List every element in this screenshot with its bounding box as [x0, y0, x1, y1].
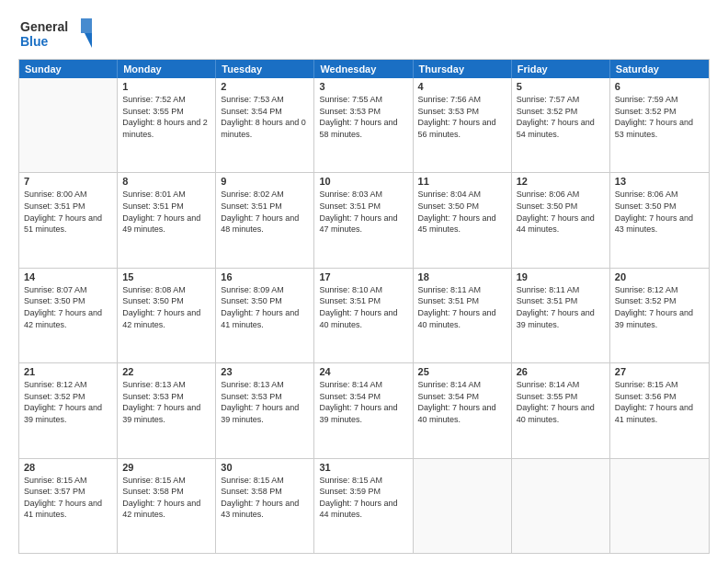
- calendar-header: SundayMondayTuesdayWednesdayThursdayFrid…: [19, 60, 709, 78]
- day-number: 3: [319, 81, 407, 92]
- calendar-cell-1-1: 8Sunrise: 8:01 AMSunset: 3:51 PMDaylight…: [118, 173, 216, 267]
- cell-info: Sunrise: 7:53 AMSunset: 3:54 PMDaylight:…: [221, 94, 309, 140]
- day-number: 18: [418, 271, 506, 282]
- day-number: 16: [221, 271, 309, 282]
- cell-info: Sunrise: 8:15 AMSunset: 3:59 PMDaylight:…: [319, 475, 407, 521]
- cell-info: Sunrise: 8:00 AMSunset: 3:51 PMDaylight:…: [24, 189, 112, 235]
- weekday-header-saturday: Saturday: [610, 60, 709, 78]
- weekday-header-sunday: Sunday: [19, 60, 118, 78]
- weekday-header-tuesday: Tuesday: [216, 60, 314, 78]
- calendar-cell-1-5: 12Sunrise: 8:06 AMSunset: 3:50 PMDayligh…: [512, 173, 610, 267]
- calendar-cell-3-0: 21Sunrise: 8:12 AMSunset: 3:52 PMDayligh…: [19, 363, 118, 457]
- calendar-cell-0-2: 2Sunrise: 7:53 AMSunset: 3:54 PMDaylight…: [216, 78, 314, 172]
- cell-info: Sunrise: 8:15 AMSunset: 3:58 PMDaylight:…: [221, 475, 309, 521]
- page: General Blue SundayMondayTuesdayWednesda…: [0, 0, 728, 563]
- day-number: 26: [517, 366, 605, 377]
- calendar-row-4: 28Sunrise: 8:15 AMSunset: 3:57 PMDayligh…: [19, 459, 709, 553]
- cell-info: Sunrise: 8:13 AMSunset: 3:53 PMDaylight:…: [122, 379, 210, 425]
- cell-info: Sunrise: 8:10 AMSunset: 3:51 PMDaylight:…: [319, 284, 407, 330]
- cell-info: Sunrise: 8:14 AMSunset: 3:55 PMDaylight:…: [517, 379, 605, 425]
- cell-info: Sunrise: 8:04 AMSunset: 3:50 PMDaylight:…: [418, 189, 506, 235]
- calendar-cell-3-2: 23Sunrise: 8:13 AMSunset: 3:53 PMDayligh…: [216, 363, 314, 457]
- cell-info: Sunrise: 8:12 AMSunset: 3:52 PMDaylight:…: [615, 284, 704, 330]
- day-number: 15: [122, 271, 210, 282]
- cell-info: Sunrise: 7:57 AMSunset: 3:52 PMDaylight:…: [517, 94, 605, 140]
- calendar-row-2: 14Sunrise: 8:07 AMSunset: 3:50 PMDayligh…: [19, 269, 709, 363]
- day-number: 23: [221, 366, 309, 377]
- day-number: 17: [319, 271, 407, 282]
- calendar-cell-2-5: 19Sunrise: 8:11 AMSunset: 3:51 PMDayligh…: [512, 269, 610, 362]
- day-number: 7: [24, 176, 112, 187]
- calendar-cell-4-1: 29Sunrise: 8:15 AMSunset: 3:58 PMDayligh…: [118, 459, 216, 553]
- day-number: 4: [418, 81, 506, 92]
- calendar-cell-1-6: 13Sunrise: 8:06 AMSunset: 3:50 PMDayligh…: [610, 173, 709, 267]
- logo: General Blue: [18, 15, 92, 52]
- day-number: 22: [122, 366, 210, 377]
- calendar-cell-4-0: 28Sunrise: 8:15 AMSunset: 3:57 PMDayligh…: [19, 459, 118, 553]
- calendar: SundayMondayTuesdayWednesdayThursdayFrid…: [18, 59, 710, 554]
- day-number: 20: [615, 271, 704, 282]
- cell-info: Sunrise: 8:03 AMSunset: 3:51 PMDaylight:…: [319, 189, 407, 235]
- weekday-header-thursday: Thursday: [414, 60, 512, 78]
- weekday-header-friday: Friday: [512, 60, 610, 78]
- cell-info: Sunrise: 8:11 AMSunset: 3:51 PMDaylight:…: [517, 284, 605, 330]
- day-number: 11: [418, 176, 506, 187]
- day-number: 5: [517, 81, 605, 92]
- day-number: 30: [221, 462, 309, 473]
- calendar-cell-2-6: 20Sunrise: 8:12 AMSunset: 3:52 PMDayligh…: [610, 269, 709, 362]
- day-number: 9: [221, 176, 309, 187]
- calendar-cell-2-4: 18Sunrise: 8:11 AMSunset: 3:51 PMDayligh…: [414, 269, 512, 362]
- cell-info: Sunrise: 8:08 AMSunset: 3:50 PMDaylight:…: [122, 284, 210, 330]
- calendar-cell-0-1: 1Sunrise: 7:52 AMSunset: 3:55 PMDaylight…: [118, 78, 216, 172]
- calendar-cell-4-3: 31Sunrise: 8:15 AMSunset: 3:59 PMDayligh…: [314, 459, 413, 553]
- cell-info: Sunrise: 7:56 AMSunset: 3:53 PMDaylight:…: [418, 94, 506, 140]
- logo-svg: General Blue: [18, 15, 92, 52]
- cell-info: Sunrise: 7:59 AMSunset: 3:52 PMDaylight:…: [615, 94, 704, 140]
- day-number: 27: [615, 366, 704, 377]
- calendar-row-1: 7Sunrise: 8:00 AMSunset: 3:51 PMDaylight…: [19, 173, 709, 268]
- day-number: 6: [615, 81, 704, 92]
- header: General Blue: [18, 15, 710, 52]
- svg-marker-2: [81, 18, 92, 33]
- calendar-cell-0-5: 5Sunrise: 7:57 AMSunset: 3:52 PMDaylight…: [512, 78, 610, 172]
- day-number: 1: [122, 81, 210, 92]
- calendar-cell-3-3: 24Sunrise: 8:14 AMSunset: 3:54 PMDayligh…: [314, 363, 413, 457]
- calendar-cell-4-5: [512, 459, 610, 553]
- calendar-cell-2-3: 17Sunrise: 8:10 AMSunset: 3:51 PMDayligh…: [314, 269, 413, 362]
- cell-info: Sunrise: 8:15 AMSunset: 3:57 PMDaylight:…: [24, 475, 112, 521]
- calendar-cell-4-6: [610, 459, 709, 553]
- calendar-cell-1-0: 7Sunrise: 8:00 AMSunset: 3:51 PMDaylight…: [19, 173, 118, 267]
- day-number: 2: [221, 81, 309, 92]
- day-number: 21: [24, 366, 112, 377]
- calendar-cell-2-1: 15Sunrise: 8:08 AMSunset: 3:50 PMDayligh…: [118, 269, 216, 362]
- calendar-cell-1-2: 9Sunrise: 8:02 AMSunset: 3:51 PMDaylight…: [216, 173, 314, 267]
- weekday-header-wednesday: Wednesday: [314, 60, 413, 78]
- calendar-cell-0-4: 4Sunrise: 7:56 AMSunset: 3:53 PMDaylight…: [414, 78, 512, 172]
- svg-text:General: General: [20, 19, 68, 34]
- cell-info: Sunrise: 8:13 AMSunset: 3:53 PMDaylight:…: [221, 379, 309, 425]
- cell-info: Sunrise: 8:02 AMSunset: 3:51 PMDaylight:…: [221, 189, 309, 235]
- day-number: 29: [122, 462, 210, 473]
- calendar-cell-2-2: 16Sunrise: 8:09 AMSunset: 3:50 PMDayligh…: [216, 269, 314, 362]
- calendar-cell-0-0: [19, 78, 118, 172]
- calendar-cell-2-0: 14Sunrise: 8:07 AMSunset: 3:50 PMDayligh…: [19, 269, 118, 362]
- calendar-cell-1-4: 11Sunrise: 8:04 AMSunset: 3:50 PMDayligh…: [414, 173, 512, 267]
- calendar-cell-3-1: 22Sunrise: 8:13 AMSunset: 3:53 PMDayligh…: [118, 363, 216, 457]
- day-number: 13: [615, 176, 704, 187]
- cell-info: Sunrise: 8:15 AMSunset: 3:56 PMDaylight:…: [615, 379, 704, 425]
- calendar-cell-3-5: 26Sunrise: 8:14 AMSunset: 3:55 PMDayligh…: [512, 363, 610, 457]
- cell-info: Sunrise: 8:06 AMSunset: 3:50 PMDaylight:…: [615, 189, 704, 235]
- cell-info: Sunrise: 8:14 AMSunset: 3:54 PMDaylight:…: [418, 379, 506, 425]
- calendar-row-0: 1Sunrise: 7:52 AMSunset: 3:55 PMDaylight…: [19, 78, 709, 173]
- day-number: 24: [319, 366, 407, 377]
- cell-info: Sunrise: 8:15 AMSunset: 3:58 PMDaylight:…: [122, 475, 210, 521]
- cell-info: Sunrise: 8:06 AMSunset: 3:50 PMDaylight:…: [517, 189, 605, 235]
- day-number: 31: [319, 462, 407, 473]
- cell-info: Sunrise: 8:12 AMSunset: 3:52 PMDaylight:…: [24, 379, 112, 425]
- calendar-cell-3-4: 25Sunrise: 8:14 AMSunset: 3:54 PMDayligh…: [414, 363, 512, 457]
- calendar-cell-4-4: [414, 459, 512, 553]
- day-number: 25: [418, 366, 506, 377]
- svg-text:Blue: Blue: [20, 34, 49, 49]
- cell-info: Sunrise: 7:52 AMSunset: 3:55 PMDaylight:…: [122, 94, 210, 140]
- cell-info: Sunrise: 8:01 AMSunset: 3:51 PMDaylight:…: [122, 189, 210, 235]
